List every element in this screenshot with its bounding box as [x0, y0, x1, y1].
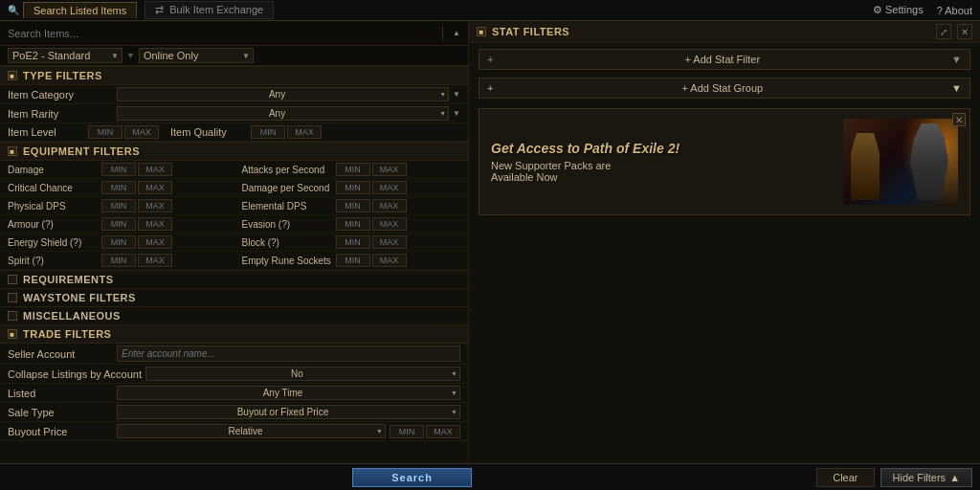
item-rarity-select[interactable]: Any: [117, 106, 449, 121]
item-quality-min[interactable]: [251, 125, 285, 139]
item-level-minmax: [88, 125, 159, 139]
trade-filters-header[interactable]: ■ Trade Filters: [0, 324, 468, 344]
arrow-icon: ▼: [126, 51, 135, 60]
aps-min[interactable]: [336, 163, 370, 176]
listed-wrapper: Any Time: [117, 386, 460, 400]
ad-subtext: New Supporter Packs areAvailable Now: [491, 160, 834, 183]
item-category-select[interactable]: Any: [117, 87, 449, 101]
clear-button[interactable]: Clear: [816, 468, 874, 487]
collapse-select[interactable]: No: [145, 367, 460, 381]
buyout-price-wrapper: Relative: [117, 424, 460, 438]
main-layout: ▲ PoE2 - Standard ▼ Online Only ■ Type F…: [0, 21, 980, 490]
crit-min[interactable]: [101, 181, 136, 194]
edps-minmax: [336, 199, 407, 212]
edps-min[interactable]: [336, 199, 370, 212]
left-panel: ▲ PoE2 - Standard ▼ Online Only ■ Type F…: [0, 21, 469, 490]
misc-checkbox[interactable]: [8, 311, 17, 321]
spirit-min[interactable]: [101, 254, 136, 267]
seller-input-wrapper: [117, 345, 460, 362]
spirit-max[interactable]: [138, 254, 172, 267]
equip-row-armour: Armour (?): [0, 215, 234, 234]
rune-sockets-max[interactable]: [372, 254, 407, 267]
item-level-min[interactable]: [88, 125, 122, 139]
buyout-min[interactable]: [390, 425, 424, 438]
equipment-toggle[interactable]: ■: [8, 146, 17, 156]
chevron-icon: ▼: [453, 90, 460, 99]
rune-sockets-min[interactable]: [336, 254, 370, 267]
damage-max[interactable]: [138, 163, 172, 176]
status-select[interactable]: Online Only: [139, 48, 254, 63]
type-filters-toggle[interactable]: ■: [8, 71, 17, 80]
es-min[interactable]: [101, 235, 136, 249]
buyout-price-minmax: [390, 425, 460, 438]
item-quality-max[interactable]: [287, 125, 322, 139]
block-max[interactable]: [372, 235, 407, 249]
evasion-max[interactable]: [372, 217, 407, 231]
evasion-min[interactable]: [336, 217, 370, 231]
sale-type-select[interactable]: Buyout or Fixed Price: [117, 405, 460, 419]
pdps-min[interactable]: [101, 199, 136, 212]
type-filters-header[interactable]: ■ Type Filters: [0, 66, 468, 85]
waystone-section[interactable]: Waystone Filters: [0, 288, 468, 306]
item-rarity-wrapper: Any: [117, 106, 449, 121]
add-stat-filter-button[interactable]: + + Add Stat Filter ▼: [479, 49, 970, 70]
damage-minmax: [101, 163, 172, 176]
aps-minmax: [336, 163, 407, 176]
ad-figure-left: [851, 133, 880, 200]
close-stat-btn[interactable]: ✕: [957, 24, 972, 39]
expand-icon-btn[interactable]: ⤢: [936, 24, 951, 39]
about-link[interactable]: ? About: [937, 5, 972, 16]
equip-row-damage: Damage: [0, 161, 234, 179]
armour-min[interactable]: [101, 217, 136, 231]
misc-section[interactable]: Miscellaneous: [0, 306, 468, 324]
block-minmax: [336, 235, 407, 249]
block-min[interactable]: [336, 235, 370, 249]
equipment-filters-header[interactable]: ■ Equipment Filters: [0, 142, 468, 161]
armour-minmax: [101, 217, 172, 231]
league-select[interactable]: PoE2 - Standard: [8, 48, 122, 63]
search-input[interactable]: [8, 28, 433, 39]
search-button[interactable]: Search: [352, 468, 472, 487]
stat-toggle[interactable]: ■: [477, 27, 486, 36]
tab-bulk-exchange[interactable]: ⇄ Bulk Item Exchange: [145, 1, 274, 19]
right-panel: ■ Stat Filters ⤢ ✕ + + Add Stat Filter ▼…: [469, 21, 980, 490]
edps-max[interactable]: [372, 199, 407, 212]
dps-max[interactable]: [372, 181, 407, 194]
requirements-section[interactable]: Requirements: [0, 270, 468, 288]
hide-filters-button[interactable]: Hide Filters ▲: [880, 468, 973, 487]
item-level-max[interactable]: [124, 125, 159, 139]
aps-max[interactable]: [372, 163, 407, 176]
trade-toggle[interactable]: ■: [8, 329, 17, 339]
ad-close-button[interactable]: ✕: [952, 113, 966, 126]
tab-search-listed[interactable]: Search Listed Items: [23, 2, 137, 18]
es-minmax: [101, 235, 172, 249]
buyout-max[interactable]: [426, 425, 460, 438]
ad-figure-right: [910, 123, 948, 200]
settings-link[interactable]: ⚙ Settings: [873, 4, 924, 16]
equip-row-spirit: Spirit (?): [0, 252, 234, 270]
listed-row: Listed Any Time: [0, 384, 468, 403]
es-max[interactable]: [138, 235, 172, 249]
armour-max[interactable]: [138, 217, 172, 231]
equip-row-pdps: Physical DPS: [0, 197, 234, 215]
listed-select[interactable]: Any Time: [117, 386, 460, 400]
seller-account-input[interactable]: [117, 345, 460, 362]
pdps-max[interactable]: [138, 199, 172, 212]
collapse-select-wrapper: No: [145, 367, 460, 381]
requirements-checkbox[interactable]: [8, 275, 17, 284]
damage-min[interactable]: [101, 163, 136, 176]
league-row: PoE2 - Standard ▼ Online Only: [0, 46, 468, 66]
evasion-minmax: [336, 217, 407, 231]
add-stat-group-button[interactable]: + + Add Stat Group ▼: [479, 78, 970, 99]
waystone-checkbox[interactable]: [8, 293, 17, 302]
spirit-minmax: [101, 254, 172, 267]
listed-select-wrapper: Any Time: [117, 386, 460, 400]
buyout-price-select[interactable]: Relative: [117, 424, 386, 438]
sale-type-wrapper: Buyout or Fixed Price: [117, 405, 460, 419]
search-divider: [442, 26, 443, 41]
pdps-minmax: [101, 199, 172, 212]
dps-min[interactable]: [336, 181, 370, 194]
search-bar: ▲: [0, 21, 468, 46]
crit-max[interactable]: [138, 181, 172, 194]
ad-banner: ✕ Get Access to Path of Exile 2! New Sup…: [479, 108, 970, 215]
